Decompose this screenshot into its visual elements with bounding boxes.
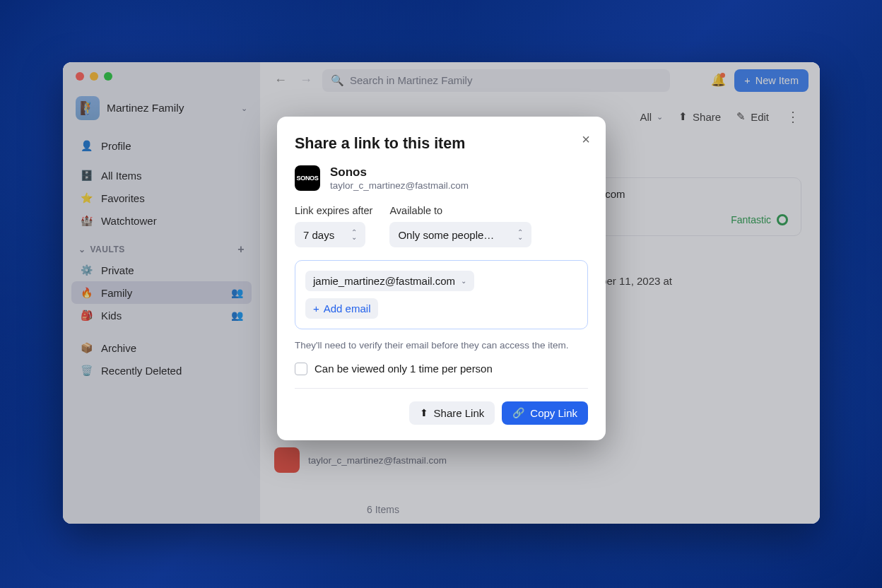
share-icon: ⬆ — [420, 407, 428, 418]
view-once-checkbox[interactable] — [295, 363, 307, 375]
available-label: Available to — [389, 205, 531, 216]
view-once-label: Can be viewed only 1 time per person — [314, 363, 493, 375]
add-email-button[interactable]: + Add email — [305, 298, 378, 319]
verification-hint: They'll need to verify their email befor… — [295, 339, 588, 353]
email-recipients-box: jamie_martinez@fastmail.com ⌄ + Add emai… — [295, 260, 588, 329]
item-brand-icon: SONOS — [295, 165, 320, 191]
modal-item-name: Sonos — [330, 165, 469, 180]
close-modal-button[interactable]: × — [582, 132, 590, 146]
expires-label: Link expires after — [295, 205, 372, 216]
available-select[interactable]: Only some people… ⌃⌄ — [389, 222, 531, 247]
share-link-modal: Share a link to this item × SONOS Sonos … — [277, 117, 606, 440]
chevron-down-icon: ⌄ — [461, 277, 466, 285]
copy-link-button[interactable]: 🔗Copy Link — [502, 401, 588, 425]
email-chip[interactable]: jamie_martinez@fastmail.com ⌄ — [305, 271, 474, 291]
modal-title: Share a link to this item — [295, 135, 588, 153]
stepper-icon: ⌃⌄ — [517, 230, 523, 240]
expires-select[interactable]: 7 days ⌃⌄ — [295, 222, 365, 247]
share-link-button[interactable]: ⬆Share Link — [409, 401, 495, 425]
link-icon: 🔗 — [512, 407, 524, 418]
modal-item-subtitle: taylor_c_martinez@fastmail.com — [330, 180, 469, 191]
stepper-icon: ⌃⌄ — [351, 230, 357, 240]
plus-icon: + — [313, 302, 319, 314]
